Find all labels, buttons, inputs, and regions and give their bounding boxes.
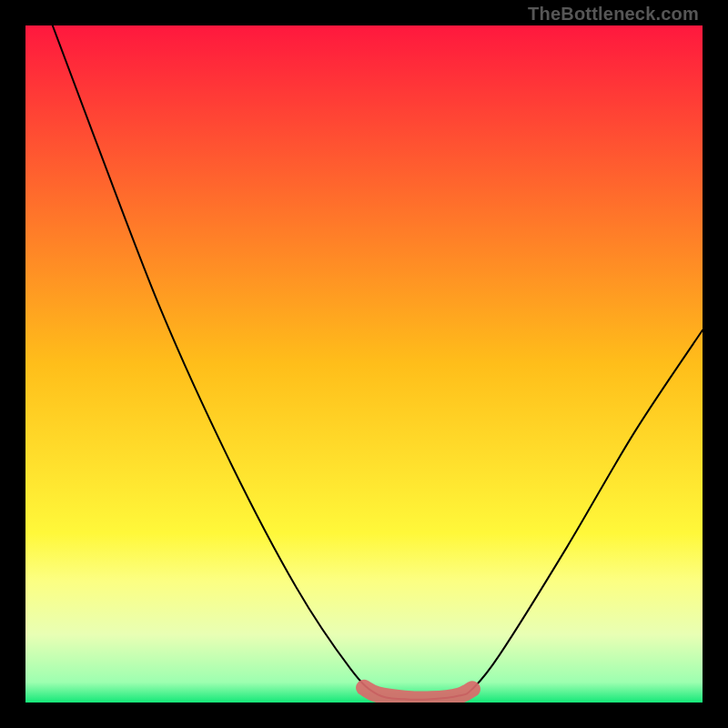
chart-background bbox=[25, 25, 703, 703]
bottleneck-chart bbox=[25, 25, 703, 703]
watermark-text: TheBottleneck.com bbox=[528, 4, 699, 25]
chart-frame bbox=[25, 25, 703, 703]
